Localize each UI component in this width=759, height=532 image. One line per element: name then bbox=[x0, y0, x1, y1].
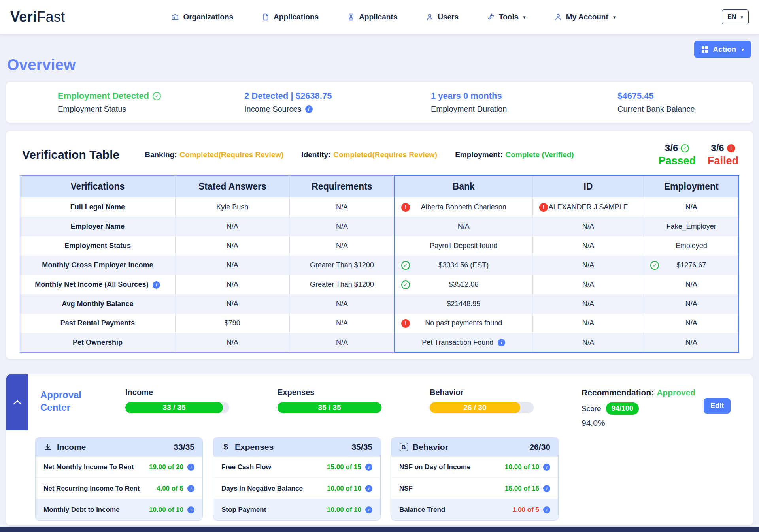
cell-text: N/A bbox=[227, 242, 238, 250]
summary-value: 1 years 0 months bbox=[431, 91, 502, 101]
value-cell: !Alberta Bobbeth Charleson bbox=[395, 197, 532, 217]
approval-top-row: Approval Center Income 33 / 35 Expenses … bbox=[6, 374, 753, 430]
metric-row: Net Monthly Income To Rent19.00 of 20i bbox=[36, 456, 202, 477]
value-cell: Pet Transaction Foundi bbox=[395, 333, 532, 352]
wrench-icon bbox=[487, 13, 495, 21]
nav-menu: Organizations Applications Applicants Us… bbox=[65, 13, 722, 21]
cell-text: Alberta Bobbeth Charleson bbox=[421, 203, 506, 211]
value-cell: ✓$3512.06 bbox=[395, 275, 532, 294]
info-icon[interactable]: i bbox=[543, 485, 550, 492]
progress-bar: 33 / 35 bbox=[125, 402, 229, 413]
table-row: Monthly Gross Employer IncomeN/AGreater … bbox=[20, 256, 739, 275]
value-cell: N/A bbox=[644, 275, 739, 294]
collapse-toggle[interactable] bbox=[6, 374, 28, 430]
info-icon[interactable]: i bbox=[365, 506, 372, 513]
value-cell: N/A bbox=[644, 333, 739, 352]
metric-right: 10.00 of 10i bbox=[327, 506, 372, 514]
metric-label: Days in Negative Balance bbox=[221, 485, 303, 493]
cell-text: Employer Name bbox=[71, 222, 125, 230]
summary-label: Income Sources bbox=[244, 105, 302, 114]
info-icon[interactable]: i bbox=[187, 506, 194, 513]
table-row: Employment StatusN/AN/APayroll Deposit f… bbox=[20, 236, 739, 256]
brand-logo[interactable]: VeriFast bbox=[10, 9, 65, 25]
score-card-title: Income bbox=[57, 442, 86, 452]
value-cell: N/A bbox=[644, 197, 739, 217]
cell-text: N/A bbox=[582, 242, 594, 250]
verification-card: Verification Table Banking:Completed(Req… bbox=[6, 130, 753, 359]
failed-count: 3/6 bbox=[711, 143, 724, 154]
value-cell: N/A bbox=[532, 256, 644, 275]
metric-value: 15.00 of 15 bbox=[505, 485, 539, 493]
score-percent: 94.0% bbox=[582, 418, 695, 428]
verification-title: Verification Table bbox=[22, 148, 119, 162]
info-icon[interactable]: i bbox=[305, 105, 313, 113]
metric-right: 15.00 of 15i bbox=[505, 485, 550, 493]
verification-header: Verification Table Banking:Completed(Req… bbox=[6, 131, 753, 173]
value-cell: N/A bbox=[532, 217, 644, 236]
edit-button[interactable]: Edit bbox=[704, 398, 731, 414]
pass-fail-summary: 3/6 ✓ Passed 3/6 ! Failed bbox=[658, 143, 738, 167]
progress-group-behavior: Behavior 26 / 30 bbox=[430, 388, 534, 413]
info-icon[interactable]: i bbox=[498, 339, 505, 346]
progress-group-income: Income 33 / 35 bbox=[125, 388, 229, 413]
score-card-score: 33/35 bbox=[174, 442, 194, 452]
cell-text: Pet Ownership bbox=[73, 338, 123, 346]
status-banking: Banking:Completed(Requires Review) bbox=[145, 150, 283, 159]
cell-text: Employed bbox=[676, 242, 707, 250]
nav-item-users[interactable]: Users bbox=[426, 13, 459, 21]
action-button-label: Action bbox=[713, 45, 736, 54]
nav-item-applications[interactable]: Applications bbox=[262, 13, 319, 21]
approval-title-line2: Center bbox=[40, 401, 104, 414]
value-cell: N/A bbox=[175, 217, 289, 236]
cell-text: N/A bbox=[685, 280, 697, 288]
info-icon[interactable]: i bbox=[153, 281, 160, 289]
info-icon[interactable]: i bbox=[187, 464, 194, 471]
top-nav: VeriFast Organizations Applications Appl… bbox=[0, 0, 759, 34]
user-icon bbox=[426, 13, 434, 21]
value-cell: N/A bbox=[644, 294, 739, 314]
progress-fill: 35 / 35 bbox=[278, 402, 381, 413]
metric-value: 10.00 of 10 bbox=[149, 506, 183, 514]
column-header-bank: Bank bbox=[395, 175, 532, 197]
nav-item-applicants[interactable]: Applicants bbox=[347, 13, 397, 21]
info-icon[interactable]: i bbox=[543, 506, 550, 513]
cell-text: $790 bbox=[225, 319, 240, 327]
nav-label: My Account bbox=[566, 13, 608, 21]
action-button[interactable]: Action ▾ bbox=[694, 41, 751, 58]
info-icon[interactable]: i bbox=[543, 464, 550, 471]
failed-summary: 3/6 ! Failed bbox=[708, 143, 738, 167]
cell-text: Fake_Employer bbox=[666, 222, 716, 230]
download-icon bbox=[43, 443, 52, 451]
status-label: Identity: bbox=[301, 150, 330, 159]
nav-label: Applicants bbox=[359, 13, 397, 21]
metric-label: Net Monthly Income To Rent bbox=[43, 463, 134, 471]
table-row: Avg Monthly BalanceN/AN/A$21448.95N/AN/A bbox=[20, 294, 739, 314]
language-selector[interactable]: EN ▾ bbox=[722, 9, 749, 24]
info-icon[interactable]: i bbox=[365, 485, 372, 492]
language-value: EN bbox=[727, 13, 736, 21]
verification-label-cell: Employment Status bbox=[20, 236, 176, 256]
cell-text: N/A bbox=[582, 261, 594, 269]
status-identity: Identity:Completed(Requires Review) bbox=[301, 150, 437, 159]
nav-item-tools[interactable]: Tools ▾ bbox=[487, 13, 526, 21]
value-cell: N/A bbox=[532, 333, 644, 352]
score-card-behavior: BBehavior26/30NSF on Day of Income10.00 … bbox=[391, 437, 559, 521]
metric-row: NSF15.00 of 15i bbox=[391, 477, 558, 499]
nav-item-my-account[interactable]: My Account ▾ bbox=[554, 13, 616, 21]
cell-text: No past payments found bbox=[425, 319, 502, 327]
chevron-down-icon: ▾ bbox=[613, 14, 616, 20]
nav-item-organizations[interactable]: Organizations bbox=[171, 13, 233, 21]
score-card-title: Expenses bbox=[235, 442, 274, 452]
table-row: Employer NameN/AN/AN/AN/AFake_Employer bbox=[20, 217, 739, 236]
metric-value: 15.00 of 15 bbox=[327, 463, 361, 471]
info-icon[interactable]: i bbox=[187, 485, 194, 492]
cell-text: N/A bbox=[685, 300, 697, 308]
status-label: Banking: bbox=[145, 150, 177, 159]
value-cell: N/A bbox=[289, 236, 395, 256]
score-card-score: 35/35 bbox=[351, 442, 372, 452]
info-icon[interactable]: i bbox=[365, 464, 372, 471]
value-cell: N/A bbox=[289, 197, 395, 217]
summary-value: 2 Detected | $2638.75 bbox=[244, 91, 332, 101]
verification-label-cell: Pet Ownership bbox=[20, 333, 176, 352]
verification-table-wrap: Verifications Stated Answers Requirement… bbox=[20, 175, 739, 353]
